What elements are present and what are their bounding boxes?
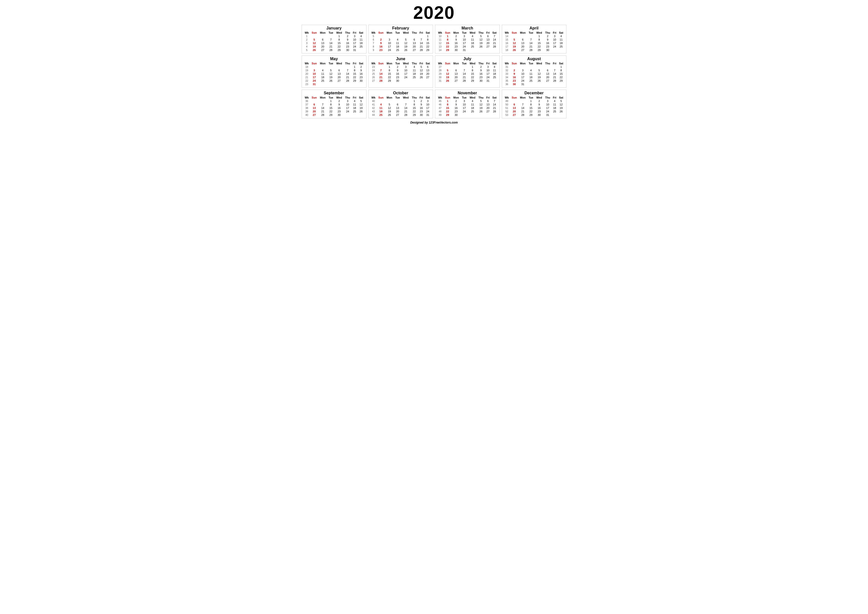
col-header-sat: Sat	[358, 62, 364, 65]
cell: 1	[352, 65, 358, 68]
cell: 11	[558, 38, 565, 41]
cell: 30	[344, 48, 352, 52]
cell: 31	[518, 82, 527, 86]
table-row: 1215161718192021	[437, 41, 498, 45]
cell: 8	[327, 103, 335, 106]
cell: 25	[468, 45, 477, 48]
table-row: 4027282930	[303, 113, 365, 117]
cell: 8	[385, 68, 394, 72]
table-row: 1322232425262728	[437, 45, 498, 48]
cell: 27	[518, 48, 527, 52]
cell: 23	[335, 110, 344, 113]
cell: 24	[460, 45, 468, 48]
cell: 5	[418, 65, 424, 68]
cell: 15	[443, 41, 451, 45]
col-header-sat: Sat	[358, 96, 364, 99]
cell: 18	[358, 41, 364, 45]
table-row: 1812	[303, 65, 365, 68]
cell: 18	[558, 41, 565, 45]
cell: 25	[558, 45, 565, 48]
cell: 24	[385, 48, 394, 52]
month-table: WkSunMonTueWedThuFriSat11234256789101131…	[303, 31, 365, 52]
col-header-fri: Fri	[485, 62, 491, 65]
table-row: 4912345	[504, 99, 565, 103]
table-row: 15567891011	[504, 38, 565, 41]
cell: 8	[352, 68, 358, 72]
col-header-sun: Sun	[443, 62, 451, 65]
cell: 28	[518, 113, 527, 117]
month-table: WkSunMonTueWedThuFriSat27123428567891011…	[437, 62, 498, 82]
cell: 1	[527, 99, 535, 103]
cell: 7	[491, 99, 498, 103]
cell: 24	[310, 79, 318, 82]
cell: 20	[303, 72, 310, 76]
cell: 16	[377, 45, 385, 48]
cell: 5	[535, 68, 544, 72]
table-row: 2478910111213	[370, 68, 431, 72]
cell: 16	[544, 41, 552, 45]
cell: 6	[410, 38, 418, 41]
cell: 20	[318, 45, 327, 48]
cell: 27	[394, 113, 401, 117]
cell: 3	[544, 99, 552, 103]
cell: 53	[504, 113, 510, 117]
cell: 13	[424, 68, 431, 72]
cell	[485, 48, 491, 52]
cell: 9	[452, 103, 461, 106]
cell: 9	[510, 72, 518, 76]
cell: 28	[401, 113, 410, 117]
cell: 44	[370, 113, 377, 117]
table-row: 5262728293031	[303, 48, 365, 52]
cell: 1	[424, 34, 431, 38]
cell: 25	[352, 110, 358, 113]
cell: 4	[377, 103, 385, 106]
cell: 13	[335, 72, 344, 76]
cell: 20	[452, 76, 461, 79]
cell: 23	[358, 76, 364, 79]
table-row: 3416171819202122	[504, 76, 565, 79]
cell: 23	[452, 110, 461, 113]
cell: 9	[544, 38, 552, 41]
month-name: February	[370, 26, 431, 30]
cell	[410, 79, 418, 82]
cell: 52	[504, 110, 510, 113]
col-header-sun: Sun	[510, 31, 518, 34]
cell: 17	[518, 76, 527, 79]
col-header-wk: Wk	[303, 96, 310, 99]
cell: 11	[527, 72, 535, 76]
cell: 18	[377, 110, 385, 113]
cell: 7	[518, 103, 527, 106]
cell	[394, 99, 401, 103]
col-header-wk: Wk	[370, 96, 377, 99]
cell: 20	[424, 72, 431, 76]
cell: 23	[418, 110, 424, 113]
month-february: FebruaryWkSunMonTueWedThuFriSat516234567…	[369, 25, 433, 53]
cell: 21	[518, 110, 527, 113]
cell: 2	[452, 34, 461, 38]
col-header-sat: Sat	[358, 31, 364, 34]
cell: 2	[377, 38, 385, 41]
col-header-wk: Wk	[437, 31, 443, 34]
cell: 16	[535, 106, 544, 110]
cell: 21	[491, 41, 498, 45]
month-august: AugustWkSunMonTueWedThuFriSat31132234567…	[502, 56, 567, 88]
cell: 26	[310, 48, 318, 52]
table-row: 451234567	[437, 99, 498, 103]
col-header-fri: Fri	[485, 31, 491, 34]
col-header-sun: Sun	[377, 96, 385, 99]
cell: 15	[527, 106, 535, 110]
cell: 22	[443, 45, 451, 48]
cell: 22	[468, 76, 477, 79]
cell: 25	[318, 79, 327, 82]
table-row: 2010111213141516	[303, 72, 365, 76]
cell: 27	[424, 76, 431, 79]
cell: 4	[352, 99, 358, 103]
cell	[552, 48, 558, 52]
cell: 25	[491, 76, 498, 79]
cell: 27	[437, 65, 443, 68]
col-header-thu: Thu	[544, 62, 552, 65]
cell: 45	[437, 99, 443, 103]
table-row: 2331	[303, 82, 365, 86]
cell: 27	[410, 48, 418, 52]
cell: 4	[468, 34, 477, 38]
